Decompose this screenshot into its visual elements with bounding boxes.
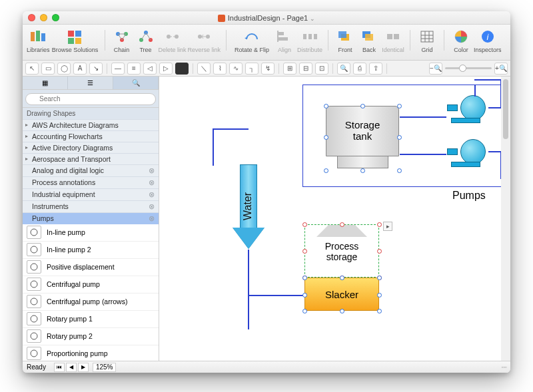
selection-handle[interactable]: [377, 249, 382, 254]
smart-connector-tool[interactable]: ↯: [261, 63, 274, 75]
connector[interactable]: [400, 116, 446, 118]
selection-handle[interactable]: [377, 276, 382, 280]
lock-tool[interactable]: ⊡: [315, 63, 328, 75]
close-icon[interactable]: ⊗: [149, 166, 155, 175]
selection-handle[interactable]: [340, 276, 344, 280]
shape-process-storage[interactable]: Process storage: [304, 224, 379, 278]
zoom-in-button[interactable]: +🔍: [494, 63, 508, 75]
library-category[interactable]: Industrial equipment⊗: [23, 188, 159, 200]
library-category[interactable]: Active Directory Diagrams: [23, 142, 159, 153]
shape-item[interactable]: Positive displacement: [23, 259, 159, 276]
fill-tool[interactable]: [175, 63, 189, 75]
line-weight-tool[interactable]: ≡: [127, 63, 141, 75]
text-tool[interactable]: A: [73, 63, 87, 75]
chain-button[interactable]: Chain: [111, 27, 133, 53]
selection-handle[interactable]: [324, 104, 328, 108]
close-icon[interactable]: ⊗: [149, 190, 155, 199]
color-button[interactable]: Color: [450, 27, 472, 53]
shape-item[interactable]: Centrifugal pump: [23, 276, 159, 294]
tree-button[interactable]: Tree: [135, 27, 157, 53]
front-button[interactable]: Front: [334, 27, 356, 53]
library-category[interactable]: Instruments⊗: [23, 200, 159, 212]
prev-page-button[interactable]: ◀: [66, 363, 77, 372]
shape-item[interactable]: Centrifugal pump (arrows): [23, 294, 159, 311]
shape-pump-1[interactable]: [447, 95, 488, 123]
close-icon[interactable]: ⊗: [149, 202, 155, 211]
shape-item[interactable]: Rotary pump 1: [23, 311, 159, 328]
selection-handle[interactable]: [377, 293, 382, 297]
selection-handle[interactable]: [302, 293, 307, 297]
connector[interactable]: [488, 151, 502, 152]
shape-item[interactable]: Rotary pump 2: [23, 328, 159, 345]
shape-water-arrow[interactable]: Water: [233, 164, 265, 250]
minimize-window-button[interactable]: [40, 14, 47, 21]
curve-tool[interactable]: ∿: [229, 63, 243, 75]
smart-tag-icon[interactable]: ▸: [383, 222, 392, 231]
pointer-tool[interactable]: ↖: [25, 63, 39, 75]
selection-handle[interactable]: [302, 222, 307, 227]
vertical-scrollbar[interactable]: [501, 77, 510, 361]
connector[interactable]: [248, 295, 305, 296]
shape-pump-2[interactable]: [447, 139, 488, 167]
line-style-tool[interactable]: —: [111, 63, 125, 75]
selection-handle[interactable]: [377, 309, 382, 313]
identical-button[interactable]: Identical: [382, 27, 404, 53]
selection-handle[interactable]: [302, 309, 307, 313]
connector[interactable]: [248, 250, 249, 329]
orthogonal-tool[interactable]: ┐: [245, 63, 259, 75]
sidebar-tab-search[interactable]: 🔍: [113, 77, 159, 89]
zoom-window-button[interactable]: [52, 14, 59, 21]
library-category[interactable]: AWS Architecture Diagrams: [23, 119, 159, 130]
rect-tool[interactable]: ▭: [41, 63, 55, 75]
selection-handle[interactable]: [340, 222, 344, 227]
library-category[interactable]: Accounting Flowcharts: [23, 130, 159, 142]
sidebar-tab-shapes[interactable]: ▦: [23, 77, 68, 89]
selection-handle[interactable]: [397, 135, 402, 140]
inspectors-button[interactable]: iInspectors: [474, 27, 502, 53]
shape-slacker[interactable]: Slacker: [304, 278, 379, 311]
rotate-flip-button[interactable]: Rotate & Flip: [232, 27, 272, 53]
export-tool[interactable]: ⇪: [369, 63, 382, 75]
selection-handle[interactable]: [397, 168, 402, 173]
polyline-tool[interactable]: ⌇: [213, 63, 227, 75]
connector-tool[interactable]: ↘: [89, 63, 103, 75]
arrow-start-tool[interactable]: ◁: [143, 63, 157, 75]
zoom-value[interactable]: 125%: [93, 363, 117, 372]
arrow-end-tool[interactable]: ▷: [159, 63, 173, 75]
close-icon[interactable]: ⊗: [149, 214, 155, 223]
selection-handle[interactable]: [302, 276, 307, 280]
grid-button[interactable]: Grid: [416, 27, 438, 53]
selection-handle[interactable]: [340, 309, 344, 313]
first-page-button[interactable]: ⏮: [54, 363, 65, 372]
connector[interactable]: [213, 128, 249, 130]
ungroup-tool[interactable]: ⊟: [299, 63, 312, 75]
libraries-button[interactable]: Libraries: [27, 27, 50, 53]
selection-handle[interactable]: [324, 168, 328, 173]
back-button[interactable]: Back: [358, 27, 380, 53]
connector[interactable]: [213, 128, 214, 166]
selection-handle[interactable]: [397, 104, 402, 108]
align-button[interactable]: Align: [273, 27, 296, 53]
shape-item[interactable]: In-line pump: [23, 224, 159, 242]
selection-handle[interactable]: [324, 135, 328, 140]
zoom-out-button[interactable]: −🔍: [429, 63, 442, 75]
connector[interactable]: [474, 85, 476, 97]
ellipse-tool[interactable]: ◯: [57, 63, 71, 75]
browse-solutions-button[interactable]: Browse Solutions: [51, 27, 99, 53]
sidebar-tab-list[interactable]: ☰: [68, 77, 113, 89]
connector[interactable]: [400, 154, 446, 155]
reverse-link-button[interactable]: Reverse link: [188, 27, 221, 53]
canvas[interactable]: Pumps Storage tank: [159, 77, 510, 361]
library-category[interactable]: Pumps⊗: [23, 212, 159, 224]
close-icon[interactable]: ⊗: [149, 178, 155, 187]
shape-item[interactable]: Proportioning pump: [23, 345, 159, 361]
library-category[interactable]: Process annotations⊗: [23, 176, 159, 188]
line-tool[interactable]: ＼: [197, 63, 211, 75]
zoom-slider[interactable]: [445, 67, 492, 69]
delete-link-button[interactable]: Delete link: [159, 27, 187, 53]
selection-handle[interactable]: [302, 249, 307, 254]
search-input[interactable]: [25, 93, 156, 105]
print-tool[interactable]: ⎙: [353, 63, 366, 75]
next-page-button[interactable]: ▶: [78, 363, 89, 372]
distribute-button[interactable]: Distribute: [297, 27, 322, 53]
